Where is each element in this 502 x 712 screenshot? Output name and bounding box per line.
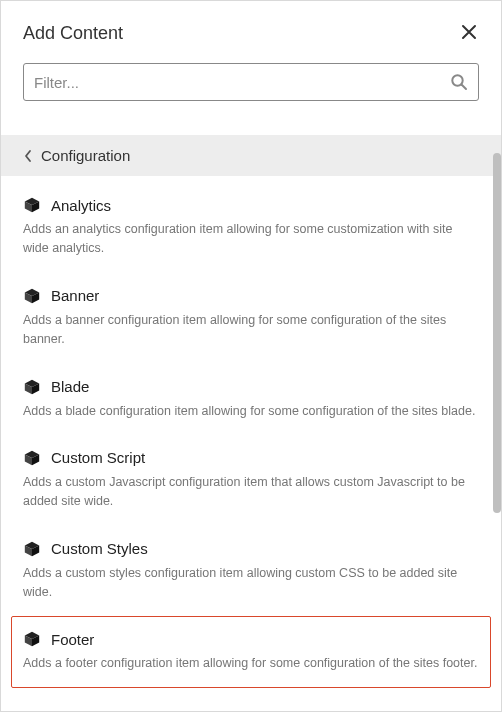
item-description: Adds a footer configuration item allowin… (23, 654, 479, 673)
item-description: Adds a banner configuration item allowin… (23, 311, 479, 350)
breadcrumb-label: Configuration (41, 147, 130, 164)
item-title: Footer (51, 631, 94, 648)
item-header-row: Footer (23, 630, 479, 648)
search-container (1, 63, 501, 123)
cube-icon (23, 449, 41, 467)
item-title: Custom Script (51, 449, 145, 466)
content-items-list: Analytics Adds an analytics configuratio… (1, 176, 501, 688)
content-type-item[interactable]: Blade Adds a blade configuration item al… (1, 364, 501, 435)
item-header-row: Custom Script (23, 449, 479, 467)
item-description: Adds an analytics configuration item all… (23, 220, 479, 259)
item-description: Adds a custom Javascript configuration i… (23, 473, 479, 512)
cube-icon (23, 540, 41, 558)
item-description: Adds a blade configuration item allowing… (23, 402, 479, 421)
breadcrumb-back[interactable]: Configuration (1, 135, 501, 176)
search-box[interactable] (23, 63, 479, 101)
panel-header: Add Content (1, 1, 501, 63)
item-header-row: Analytics (23, 196, 479, 214)
content-type-item[interactable]: Analytics Adds an analytics configuratio… (1, 182, 501, 273)
item-title: Banner (51, 287, 99, 304)
item-title: Analytics (51, 197, 111, 214)
cube-icon (23, 196, 41, 214)
filter-input[interactable] (34, 74, 450, 91)
content-type-item[interactable]: Custom Styles Adds a custom styles confi… (1, 526, 501, 617)
add-content-panel: Add Content Configuration (0, 0, 502, 712)
item-title: Custom Styles (51, 540, 148, 557)
scrollbar-thumb[interactable] (493, 153, 501, 513)
content-type-item[interactable]: Custom Script Adds a custom Javascript c… (1, 435, 501, 526)
search-icon (450, 73, 468, 91)
item-header-row: Blade (23, 378, 479, 396)
item-header-row: Custom Styles (23, 540, 479, 558)
content-type-item[interactable]: Banner Adds a banner configuration item … (1, 273, 501, 364)
close-button[interactable] (459, 21, 479, 45)
item-header-row: Banner (23, 287, 479, 305)
chevron-left-icon (23, 149, 33, 163)
svg-line-1 (462, 85, 467, 90)
close-icon (461, 24, 477, 40)
item-description: Adds a custom styles configuration item … (23, 564, 479, 603)
cube-icon (23, 630, 41, 648)
cube-icon (23, 378, 41, 396)
item-title: Blade (51, 378, 89, 395)
cube-icon (23, 287, 41, 305)
panel-title: Add Content (23, 23, 123, 44)
content-type-item[interactable]: Footer Adds a footer configuration item … (11, 616, 491, 687)
